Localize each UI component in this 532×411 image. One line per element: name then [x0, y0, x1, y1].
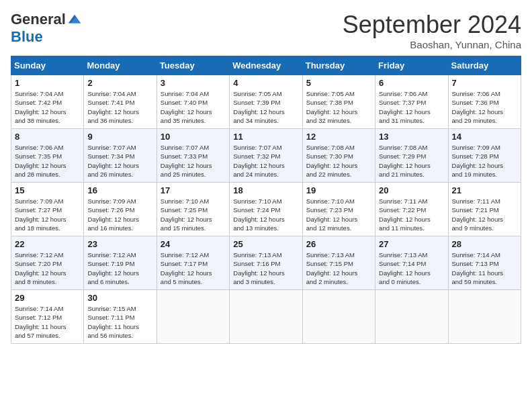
day-number: 24 [161, 239, 226, 249]
logo-blue-text: Blue [11, 28, 43, 46]
day-info: Sunrise: 7:11 AM Sunset: 7:21 PM Dayligh… [452, 197, 517, 232]
day-number: 8 [15, 132, 80, 142]
day-info: Sunrise: 7:09 AM Sunset: 7:26 PM Dayligh… [87, 197, 152, 232]
page-header: General Blue September 2024 Baoshan, Yun… [11, 11, 521, 50]
day-number: 1 [15, 78, 80, 88]
table-row [375, 290, 448, 344]
table-row: 29Sunrise: 7:14 AM Sunset: 7:12 PM Dayli… [11, 290, 84, 344]
day-info: Sunrise: 7:10 AM Sunset: 7:23 PM Dayligh… [306, 197, 371, 232]
day-info: Sunrise: 7:07 AM Sunset: 7:34 PM Dayligh… [87, 143, 152, 179]
day-number: 28 [452, 239, 517, 249]
calendar-week-row: 15Sunrise: 7:09 AM Sunset: 7:27 PM Dayli… [11, 183, 521, 236]
table-row: 13Sunrise: 7:08 AM Sunset: 7:29 PM Dayli… [375, 129, 448, 183]
day-number: 12 [306, 132, 371, 142]
table-row: 17Sunrise: 7:10 AM Sunset: 7:25 PM Dayli… [157, 183, 229, 236]
day-info: Sunrise: 7:08 AM Sunset: 7:30 PM Dayligh… [306, 143, 371, 179]
day-number: 23 [87, 239, 152, 249]
table-row: 15Sunrise: 7:09 AM Sunset: 7:27 PM Dayli… [11, 183, 84, 236]
col-friday: Friday [375, 56, 448, 75]
table-row [157, 290, 229, 344]
day-info: Sunrise: 7:04 AM Sunset: 7:40 PM Dayligh… [161, 89, 226, 125]
table-row: 7Sunrise: 7:06 AM Sunset: 7:36 PM Daylig… [448, 75, 521, 129]
table-row: 19Sunrise: 7:10 AM Sunset: 7:23 PM Dayli… [302, 183, 375, 236]
col-monday: Monday [84, 56, 157, 75]
day-info: Sunrise: 7:14 AM Sunset: 7:13 PM Dayligh… [452, 250, 517, 286]
table-row: 21Sunrise: 7:11 AM Sunset: 7:21 PM Dayli… [448, 183, 521, 236]
day-info: Sunrise: 7:04 AM Sunset: 7:41 PM Dayligh… [87, 89, 152, 125]
day-number: 11 [233, 132, 298, 142]
col-saturday: Saturday [448, 56, 521, 75]
table-row: 10Sunrise: 7:07 AM Sunset: 7:33 PM Dayli… [157, 129, 229, 183]
table-row: 18Sunrise: 7:10 AM Sunset: 7:24 PM Dayli… [230, 183, 302, 236]
day-info: Sunrise: 7:12 AM Sunset: 7:20 PM Dayligh… [15, 250, 80, 286]
day-number: 2 [87, 78, 152, 88]
col-sunday: Sunday [11, 56, 84, 75]
day-number: 3 [161, 78, 226, 88]
table-row: 30Sunrise: 7:15 AM Sunset: 7:11 PM Dayli… [84, 290, 157, 344]
day-number: 30 [87, 293, 152, 303]
logo-icon [67, 12, 82, 27]
day-info: Sunrise: 7:05 AM Sunset: 7:38 PM Dayligh… [306, 89, 371, 125]
day-info: Sunrise: 7:13 AM Sunset: 7:15 PM Dayligh… [306, 250, 371, 286]
day-info: Sunrise: 7:13 AM Sunset: 7:14 PM Dayligh… [379, 250, 444, 286]
day-number: 14 [452, 132, 517, 142]
calendar-week-row: 1Sunrise: 7:04 AM Sunset: 7:42 PM Daylig… [11, 75, 521, 129]
col-wednesday: Wednesday [230, 56, 302, 75]
day-number: 19 [306, 185, 371, 195]
day-info: Sunrise: 7:11 AM Sunset: 7:22 PM Dayligh… [379, 197, 444, 232]
table-row: 26Sunrise: 7:13 AM Sunset: 7:15 PM Dayli… [302, 236, 375, 290]
day-number: 21 [452, 185, 517, 195]
calendar-week-row: 8Sunrise: 7:06 AM Sunset: 7:35 PM Daylig… [11, 129, 521, 183]
day-number: 5 [306, 78, 371, 88]
day-info: Sunrise: 7:15 AM Sunset: 7:11 PM Dayligh… [87, 304, 152, 340]
day-info: Sunrise: 7:07 AM Sunset: 7:33 PM Dayligh… [161, 143, 226, 179]
day-info: Sunrise: 7:08 AM Sunset: 7:29 PM Dayligh… [379, 143, 444, 179]
day-number: 29 [15, 293, 80, 303]
table-row: 14Sunrise: 7:09 AM Sunset: 7:28 PM Dayli… [448, 129, 521, 183]
table-row: 12Sunrise: 7:08 AM Sunset: 7:30 PM Dayli… [302, 129, 375, 183]
table-row: 8Sunrise: 7:06 AM Sunset: 7:35 PM Daylig… [11, 129, 84, 183]
day-number: 9 [87, 132, 152, 142]
table-row: 3Sunrise: 7:04 AM Sunset: 7:40 PM Daylig… [157, 75, 229, 129]
day-info: Sunrise: 7:14 AM Sunset: 7:12 PM Dayligh… [15, 304, 80, 340]
day-number: 22 [15, 239, 80, 249]
table-row [230, 290, 302, 344]
day-info: Sunrise: 7:10 AM Sunset: 7:25 PM Dayligh… [161, 197, 226, 232]
calendar-week-row: 29Sunrise: 7:14 AM Sunset: 7:12 PM Dayli… [11, 290, 521, 344]
day-number: 4 [233, 78, 298, 88]
day-number: 18 [233, 185, 298, 195]
day-number: 16 [87, 185, 152, 195]
day-number: 27 [379, 239, 444, 249]
location-text: Baoshan, Yunnan, China [343, 39, 521, 50]
table-row: 2Sunrise: 7:04 AM Sunset: 7:41 PM Daylig… [84, 75, 157, 129]
table-row: 6Sunrise: 7:06 AM Sunset: 7:37 PM Daylig… [375, 75, 448, 129]
table-row: 24Sunrise: 7:12 AM Sunset: 7:17 PM Dayli… [157, 236, 229, 290]
table-row [302, 290, 375, 344]
day-number: 20 [379, 185, 444, 195]
table-row [448, 290, 521, 344]
day-number: 7 [452, 78, 517, 88]
day-info: Sunrise: 7:07 AM Sunset: 7:32 PM Dayligh… [233, 143, 298, 179]
table-row: 11Sunrise: 7:07 AM Sunset: 7:32 PM Dayli… [230, 129, 302, 183]
day-info: Sunrise: 7:10 AM Sunset: 7:24 PM Dayligh… [233, 197, 298, 232]
day-info: Sunrise: 7:13 AM Sunset: 7:16 PM Dayligh… [233, 250, 298, 286]
calendar-week-row: 22Sunrise: 7:12 AM Sunset: 7:20 PM Dayli… [11, 236, 521, 290]
month-title: September 2024 [343, 11, 521, 39]
table-row: 4Sunrise: 7:05 AM Sunset: 7:39 PM Daylig… [230, 75, 302, 129]
calendar-table: Sunday Monday Tuesday Wednesday Thursday… [11, 56, 521, 344]
day-number: 10 [161, 132, 226, 142]
table-row: 22Sunrise: 7:12 AM Sunset: 7:20 PM Dayli… [11, 236, 84, 290]
table-row: 27Sunrise: 7:13 AM Sunset: 7:14 PM Dayli… [375, 236, 448, 290]
table-row: 20Sunrise: 7:11 AM Sunset: 7:22 PM Dayli… [375, 183, 448, 236]
day-info: Sunrise: 7:12 AM Sunset: 7:17 PM Dayligh… [161, 250, 226, 286]
col-thursday: Thursday [302, 56, 375, 75]
day-info: Sunrise: 7:09 AM Sunset: 7:28 PM Dayligh… [452, 143, 517, 179]
table-row: 5Sunrise: 7:05 AM Sunset: 7:38 PM Daylig… [302, 75, 375, 129]
day-number: 25 [233, 239, 298, 249]
table-row: 9Sunrise: 7:07 AM Sunset: 7:34 PM Daylig… [84, 129, 157, 183]
col-tuesday: Tuesday [157, 56, 229, 75]
table-row: 23Sunrise: 7:12 AM Sunset: 7:19 PM Dayli… [84, 236, 157, 290]
day-info: Sunrise: 7:06 AM Sunset: 7:36 PM Dayligh… [452, 89, 517, 125]
day-number: 26 [306, 239, 371, 249]
day-number: 6 [379, 78, 444, 88]
